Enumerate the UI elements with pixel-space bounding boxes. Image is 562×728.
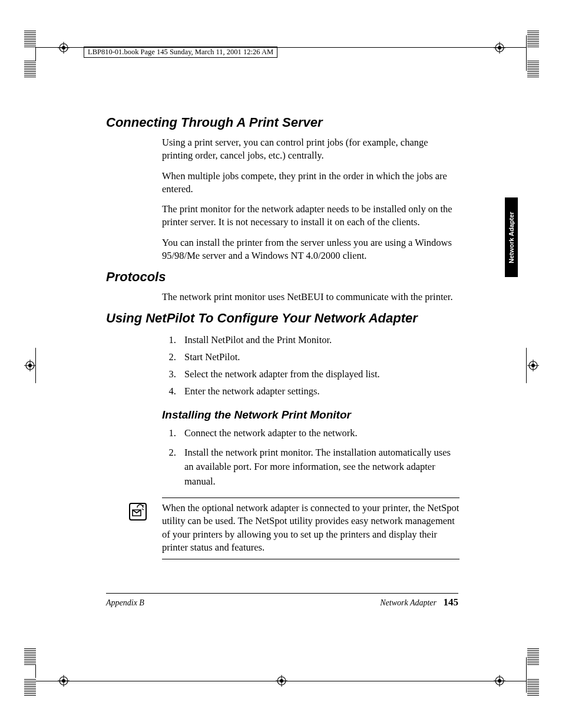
registration-mark-icon [58,42,70,54]
footer-section-name: Network Adapter [380,598,437,607]
hatch-mark [527,648,539,665]
list-item: Start NetPilot. [178,349,459,366]
hatch-mark [24,29,36,47]
note-text: When the optional network adapter is con… [162,502,459,554]
page-number: 145 [444,597,459,608]
list-item: Connect the network adapter to the netwo… [178,426,459,441]
note-rule [162,498,459,498]
list-item: Install the network print monitor. The i… [178,446,459,489]
paragraph: Using a print server, you can control pr… [162,136,459,163]
svg-point-25 [531,364,535,367]
crop-rule [36,681,526,681]
section-body: The network print monitor uses NetBEUI t… [162,291,459,304]
page: LBP810-01.book Page 145 Sunday, March 11… [0,0,562,728]
svg-point-20 [26,361,34,370]
heading-netpilot: Using NetPilot To Configure Your Network… [106,311,459,326]
section-body: Using a print server, you can control pr… [162,136,459,262]
note-icon [129,503,147,521]
book-meta-line: LBP810-01.book Page 145 Sunday, March 11… [84,47,277,58]
paragraph: The network print monitor uses NetBEUI t… [162,291,459,304]
crop-rule [526,348,527,383]
footer-right: Network Adapter 145 [380,597,458,608]
registration-mark-icon [24,360,36,371]
page-footer: Appendix B Network Adapter 145 [106,597,458,608]
registration-mark-icon [527,360,539,371]
crop-rule [35,348,36,383]
paragraph: When multiple jobs compete, they print i… [162,170,459,196]
paragraph: The print monitor for the network adapte… [162,203,459,229]
svg-point-5 [498,46,501,50]
crop-rule [526,35,527,71]
crop-rule [526,657,527,693]
svg-point-24 [529,361,537,370]
svg-point-21 [28,364,32,367]
section-body: Connect the network adapter to the netwo… [162,426,459,489]
heading-protocols: Protocols [106,269,459,285]
ordered-list: Install NetPilot and the Print Monitor. … [162,332,459,400]
hatch-mark [527,678,539,696]
hatch-mark [24,648,36,665]
svg-point-4 [495,44,504,52]
subheading-installing: Installing the Network Print Monitor [162,409,459,421]
footer-left: Appendix B [106,598,144,608]
hatch-mark [24,678,36,696]
list-item: Install NetPilot and the Print Monitor. [178,332,459,349]
note-body: When the optional network adapter is con… [162,502,459,554]
svg-point-0 [59,44,68,52]
section-body: Install NetPilot and the Print Monitor. … [162,332,459,400]
side-tab-label: Network Adapter [508,212,515,263]
note-rule [162,559,459,559]
side-tab: Network Adapter [505,197,518,277]
heading-connecting: Connecting Through A Print Server [106,115,459,130]
ordered-list: Connect the network adapter to the netwo… [162,426,459,489]
page-content: Connecting Through A Print Server Using … [106,115,459,559]
note-block: When the optional network adapter is con… [162,498,459,559]
footer-rule [106,593,458,594]
hatch-mark [24,61,36,77]
svg-point-1 [62,46,65,50]
paragraph: You can install the printer from the ser… [162,236,459,263]
hatch-mark [527,29,539,47]
list-item: Enter the network adapter settings. [178,383,459,400]
list-item: Select the network adapter from the disp… [178,366,459,383]
registration-mark-icon [494,42,505,54]
hatch-mark [527,61,539,77]
